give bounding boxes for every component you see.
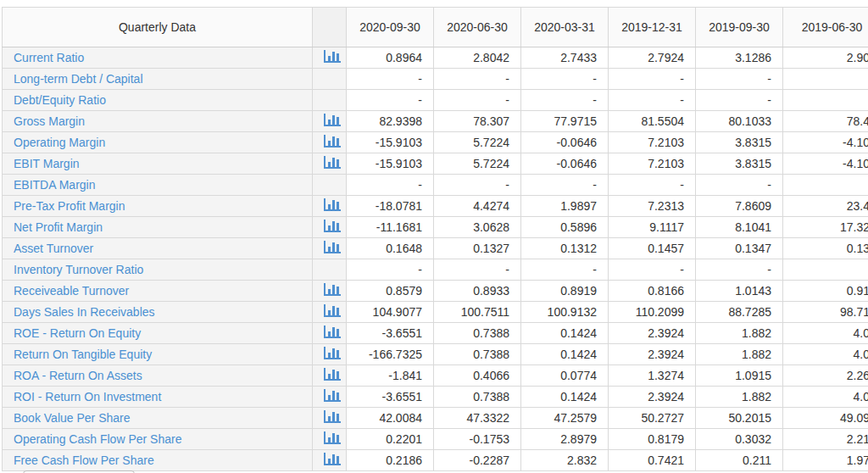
chart-icon-cell[interactable] [313,323,347,344]
value-cell: 3.8315 [696,153,783,175]
metric-link[interactable]: Days Sales In Receivables [14,305,155,319]
metric-label-cell: Free Cash Flow Per Share [3,450,313,471]
value-cell: 77.9715 [521,111,609,132]
chart-icon-cell[interactable] [313,153,347,175]
chart-icon-cell[interactable] [313,450,347,471]
value-cell: -4.10 [783,153,868,175]
value-cell: 1.0915 [696,365,783,387]
table-row: Pre-Tax Profit Margin-18.07814.42741.989… [3,196,868,217]
metric-link[interactable]: Operating Cash Flow Per Share [14,432,181,446]
chart-icon-cell[interactable] [313,344,347,365]
value-cell: 100.7511 [434,302,521,323]
value-cell: 2.3924 [609,344,696,365]
chart-icon-link[interactable] [324,389,341,402]
value-cell: -15.9103 [347,132,434,153]
chart-icon-cell[interactable] [313,217,347,238]
bar-chart-icon [324,304,341,317]
chart-icon-link[interactable] [324,304,341,317]
metric-label-cell: ROI - Return On Investment [3,387,313,408]
value-cell: 1.9897 [521,196,609,217]
chart-icon-link[interactable] [324,156,341,169]
metric-link[interactable]: Debt/Equity Ratio [14,93,106,107]
chart-icon-cell[interactable] [313,302,347,323]
value-cell: - [347,90,434,111]
value-cell [783,90,868,111]
value-cell: 82.9398 [347,111,434,132]
metric-link[interactable]: Free Cash Flow Per Share [14,454,154,467]
metric-link[interactable]: ROI - Return On Investment [14,390,161,403]
metric-link[interactable]: Receiveable Turnover [14,284,129,298]
value-cell: 4.4274 [434,196,521,217]
bar-chart-icon [324,389,341,402]
chart-icon-cell [313,259,347,281]
chart-icon-link[interactable] [324,368,341,381]
chart-icon-link[interactable] [324,135,341,147]
chart-icon-link[interactable] [324,453,341,465]
chart-icon-link[interactable] [324,50,341,63]
value-cell: 0.8179 [609,429,696,450]
value-cell: - [696,69,783,90]
chart-icon-link[interactable] [324,241,341,253]
table-row: Debt/Equity Ratio----- [3,90,868,111]
metric-link[interactable]: Current Ratio [14,51,84,64]
chart-icon-cell[interactable] [313,429,347,450]
metric-link[interactable]: ROA - Return On Assets [14,369,142,382]
metric-label-cell: ROE - Return On Equity [3,323,313,344]
bar-chart-icon [324,368,341,381]
chart-icon-link[interactable] [324,347,341,359]
table-row: Long-term Debt / Capital----- [3,69,868,90]
metric-link[interactable]: Gross Margin [14,114,85,128]
value-cell: - [347,69,434,90]
value-cell: 0.7388 [434,323,521,344]
value-cell: 110.2099 [609,302,696,323]
value-cell: - [434,259,521,281]
metric-label-cell: Long-term Debt / Capital [3,69,313,90]
chart-icon-link[interactable] [324,431,341,444]
value-cell: 0.91 [783,281,868,302]
metric-link[interactable]: Pre-Tax Profit Margin [14,199,125,213]
chart-icon-cell[interactable] [313,196,347,217]
chart-icon-cell [313,90,347,111]
chart-icon-cell[interactable] [313,132,347,153]
chart-icon-link[interactable] [324,326,341,338]
chart-icon-link[interactable] [324,198,341,211]
value-cell: - [521,90,609,111]
metric-link[interactable]: Inventory Turnover Ratio [14,263,143,276]
metric-link[interactable]: Net Profit Margin [14,220,103,234]
date-column-header: 2020-03-31 [521,8,609,47]
metric-link[interactable]: Return On Tangible Equity [14,348,152,361]
value-cell: 78.307 [434,111,521,132]
chart-icon-link[interactable] [324,410,341,423]
table-row: Current Ratio0.89642.80422.74332.79243.1… [3,47,868,69]
chart-icon-cell[interactable] [313,387,347,408]
value-cell: 17.32 [783,217,868,238]
metric-link[interactable]: Operating Margin [14,136,105,149]
metric-link[interactable]: Long-term Debt / Capital [14,72,143,86]
chart-icon-cell [313,69,347,90]
chart-icon-link[interactable] [324,220,341,232]
value-cell: - [521,69,609,90]
chart-icon-cell[interactable] [313,281,347,302]
chart-icon-cell[interactable] [313,47,347,69]
metric-label-cell: Operating Cash Flow Per Share [3,429,313,450]
metric-link[interactable]: EBITDA Margin [14,178,95,192]
chart-icon-link[interactable] [324,283,341,296]
value-cell: -3.6551 [347,323,434,344]
metric-link[interactable]: EBIT Margin [14,157,80,170]
value-cell: -0.0646 [521,153,609,175]
chart-icon-cell[interactable] [313,408,347,429]
chart-icon-cell[interactable] [313,238,347,259]
value-cell: 2.21 [783,429,868,450]
metric-link[interactable]: Book Value Per Share [14,411,131,425]
quarterly-data-table: Quarterly Data 2020-09-302020-06-302020-… [2,7,868,471]
value-cell: 2.7924 [609,47,696,69]
metric-link[interactable]: ROE - Return On Equity [14,326,141,340]
chart-icon-cell[interactable] [313,365,347,387]
value-cell: 0.0774 [521,365,609,387]
value-cell [783,259,868,281]
metric-link[interactable]: Asset Turnover [14,242,93,255]
chart-icon-link[interactable] [324,114,341,126]
metric-label-cell: Debt/Equity Ratio [3,90,313,111]
chart-icon-cell[interactable] [313,111,347,132]
value-cell: - [609,175,696,196]
